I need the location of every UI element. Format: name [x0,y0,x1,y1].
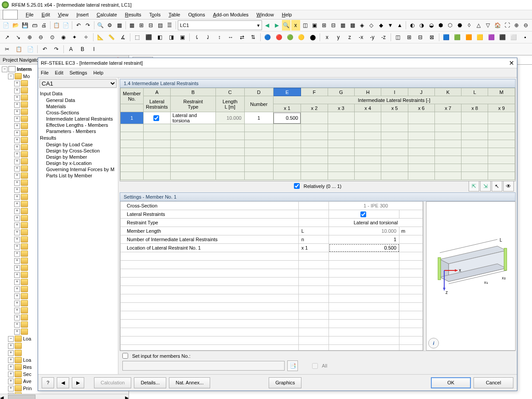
t2-45-icon[interactable]: ▪ [520,32,530,43]
dmenu-help[interactable]: Help [93,70,103,75]
t2-15-icon[interactable]: ◨ [166,32,176,43]
next-page-button[interactable]: ▶ [72,377,84,388]
tb-print-icon[interactable]: 🖨 [39,20,48,31]
t2-25-icon[interactable]: 🟢 [285,32,295,43]
t2-41-icon[interactable]: 🟨 [475,32,485,43]
t2-19-icon[interactable]: ↕ [214,32,224,43]
t2-10-icon[interactable]: 📏 [106,32,117,43]
tb-copy-icon[interactable]: 📋 [52,20,61,31]
t2-29-icon[interactable]: y [333,32,344,43]
menu-help[interactable]: Help [278,11,296,18]
tb-s8-icon[interactable]: △ [474,20,483,31]
t2-12-icon[interactable]: ⬚ [132,32,142,43]
tb-redo-icon[interactable]: ↷ [83,20,92,31]
menu-results[interactable]: Results [121,11,145,18]
tb-r2-icon[interactable]: ▣ [310,20,319,31]
t2-7-icon[interactable]: ✦ [70,32,80,43]
tb-hl1-icon[interactable]: 🔍 [282,20,290,31]
t2-17-icon[interactable]: ⤹ [192,32,202,43]
t2-36-icon[interactable]: ⊟ [415,32,426,43]
t2-14-icon[interactable]: ◧ [155,32,165,43]
tb-s2-icon[interactable]: ◑ [418,20,426,31]
t2-40-icon[interactable]: 🟧 [463,32,473,43]
t2-8-icon[interactable]: ✧ [81,32,91,43]
t2-31-icon[interactable]: -x [356,32,366,43]
tb-next-icon[interactable]: ▶ [272,20,281,31]
dmenu-edit[interactable]: Edit [55,70,63,75]
nav-design-cross[interactable]: Design by Cross-Section [40,148,116,154]
grid-row-1[interactable]: 1 Lateral and torsiona 10.000 1 0.500 [121,112,515,124]
t2-1-icon[interactable]: ↗ [2,32,12,43]
settings-grid[interactable]: Cross-Section1 - IPE 300 Lateral Restrai… [120,201,423,351]
nat-annex-button[interactable]: Nat. Annex... [169,377,210,388]
tb-r7-icon[interactable]: ◈ [358,20,366,31]
tb-new-icon[interactable]: 📄 [2,20,10,31]
t2-24-icon[interactable]: 🔴 [274,32,284,43]
tb-s6-icon[interactable]: ⬣ [455,20,464,31]
tb-s12-icon[interactable]: ⊕ [512,20,520,31]
nav-general-data[interactable]: General Data [40,97,116,103]
nav-materials[interactable]: Materials [40,103,116,110]
details-button[interactable]: Details... [134,377,166,388]
prev-page-button[interactable]: ◀ [57,377,69,388]
tb-find-icon[interactable]: 🔍 [96,20,105,31]
tb-s7-icon[interactable]: ◊ [465,20,473,31]
relatively-check[interactable] [294,183,300,189]
t3-4-icon[interactable]: ↶ [39,44,50,55]
main-menubar[interactable]: File Edit View Insert Calculate Results … [0,10,532,20]
tb-s13-icon[interactable]: ⊖ [522,20,530,31]
t2-18-icon[interactable]: ⤸ [203,32,213,43]
tb-saveall-icon[interactable]: 🗃 [30,20,39,31]
dialog-close-icon[interactable]: ✕ [509,59,514,66]
nav-cross-sections[interactable]: Cross-Sections [40,110,116,116]
tb-grid1-icon[interactable]: ▦ [128,20,136,31]
nav-design-xloc[interactable]: Design by x-Location [40,160,116,166]
tb-paste-icon[interactable]: 📄 [62,20,70,31]
t2-42-icon[interactable]: 🟪 [486,32,496,43]
t2-4-icon[interactable]: ⊖ [35,32,46,43]
t2-9-icon[interactable]: 📐 [95,32,106,43]
menu-file[interactable]: File [22,11,37,18]
tb-grid2-icon[interactable]: ⊞ [137,20,145,31]
t2-6-icon[interactable]: ◉ [58,32,68,43]
t3-8-icon[interactable]: I [89,44,99,55]
view-icon[interactable]: 👁 [503,181,514,192]
tb-r8-icon[interactable]: ◇ [367,20,376,31]
info-icon[interactable]: i [428,338,439,348]
nav-design-loadcase[interactable]: Design by Load Case [40,141,116,148]
t3-3-icon[interactable]: 📄 [25,44,35,55]
tb-table-icon[interactable]: ▦ [115,20,123,31]
tb-r1-icon[interactable]: ◫ [301,20,309,31]
all-check[interactable] [312,363,318,369]
t2-35-icon[interactable]: ⊞ [404,32,414,43]
prop-lateral-check[interactable] [360,211,366,217]
pick-members-icon[interactable]: 📑 [287,360,298,371]
menu-insert[interactable]: Insert [73,11,92,18]
menu-table[interactable]: Table [165,11,184,18]
t3-2-icon[interactable]: 📋 [13,44,24,55]
row1-lateral-check[interactable] [153,115,159,121]
nav-governing[interactable]: Governing Internal Forces by M [40,166,116,172]
tb-s5-icon[interactable]: ⬡ [446,20,454,31]
export-excel-icon[interactable]: ⇱ [469,181,479,192]
t2-30-icon[interactable]: z [344,32,355,43]
t2-5-icon[interactable]: ⊙ [47,32,57,43]
app-menu-icon[interactable] [3,10,18,20]
t3-5-icon[interactable]: ↷ [51,44,62,55]
tb-s1-icon[interactable]: ◐ [408,20,416,31]
nav-intermediate-lateral[interactable]: Intermediate Lateral Restraints [40,116,116,122]
dmenu-settings[interactable]: Settings [70,70,87,75]
t2-33-icon[interactable]: -z [378,32,388,43]
t2-16-icon[interactable]: ▣ [177,32,188,43]
tb-r10-icon[interactable]: ▼ [386,20,395,31]
tb-prev-icon[interactable]: ◀ [263,20,271,31]
load-case-combo[interactable]: LC1▾ [178,20,262,30]
t3-7-icon[interactable]: B [77,44,88,55]
dialog-menubar[interactable]: File Edit Settings Help [38,68,517,78]
t2-44-icon[interactable]: ⬜ [509,32,519,43]
menu-edit[interactable]: Edit [38,11,54,18]
tb-save-icon[interactable]: 💾 [21,20,29,31]
menu-calculate[interactable]: Calculate [93,11,121,18]
tb-s11-icon[interactable]: ⛶ [503,20,511,31]
ok-button[interactable]: OK [431,377,471,388]
